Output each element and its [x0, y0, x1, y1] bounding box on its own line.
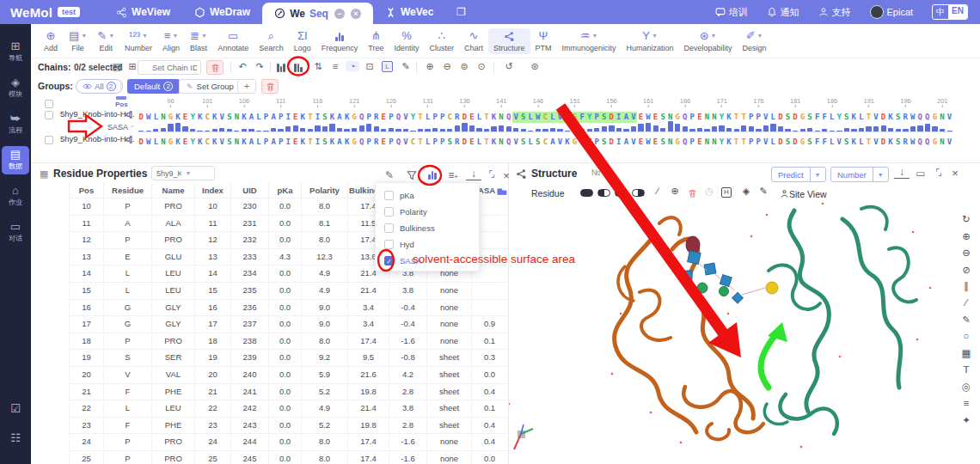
residue-letter[interactable]: V — [873, 112, 880, 123]
residue-letter[interactable]: N — [711, 112, 719, 123]
residue-letter[interactable]: S — [843, 137, 851, 148]
sidebar-item-作业[interactable]: ⌂作业 — [2, 182, 29, 211]
residue-letter[interactable]: D — [138, 137, 145, 148]
residue-letter[interactable]: W — [535, 112, 542, 123]
residue-letter[interactable]: W — [645, 137, 652, 148]
residue-letter[interactable]: L — [424, 137, 432, 148]
residue-letter[interactable]: L — [858, 137, 866, 148]
column-header-uid[interactable]: UID — [230, 184, 268, 198]
residue-letter[interactable]: T — [865, 112, 873, 123]
residue-letter[interactable]: P — [365, 137, 373, 148]
window-icon[interactable]: ▭ — [913, 168, 928, 180]
select-all-checkbox[interactable] — [45, 100, 53, 108]
residue-letter[interactable]: V — [402, 137, 410, 148]
lang-zh[interactable]: 中 — [933, 5, 948, 19]
residue-letter[interactable]: N — [233, 137, 241, 148]
residue-letter[interactable]: I — [285, 112, 292, 123]
table-fill-icon[interactable] — [277, 63, 285, 72]
table-row[interactable]: 21FPHE212410.05.219.82.8sheet0.4 — [69, 384, 507, 401]
calendar-check-icon[interactable]: ☑ — [0, 402, 31, 415]
download-icon[interactable]: ↓ — [466, 169, 481, 180]
residue-letter[interactable]: K — [564, 112, 572, 123]
residue-letter[interactable]: V — [762, 112, 769, 123]
residue-letter[interactable]: D — [792, 112, 799, 123]
residue-letter[interactable]: E — [637, 137, 645, 148]
sequence-row[interactable]: DWLNGKEYKCKVSNKALPAPIEKTISKAKGQPREPQVCTL… — [138, 132, 953, 148]
residue-letter[interactable]: R — [373, 112, 381, 123]
residue-letter[interactable]: F — [579, 112, 586, 123]
residue-letter[interactable]: P — [689, 137, 696, 148]
residue-letter[interactable]: N — [703, 137, 711, 148]
add-column-icon[interactable]: ≡+ — [445, 169, 461, 181]
residue-letter[interactable]: Y — [836, 112, 843, 123]
residue-letter[interactable]: D — [777, 137, 785, 148]
residue-letter[interactable]: W — [909, 112, 916, 123]
residue-letter[interactable]: D — [777, 112, 785, 123]
lang-en[interactable]: EN — [948, 5, 967, 19]
residue-letter[interactable]: A — [270, 112, 278, 123]
column-header-pka[interactable]: pKa — [268, 184, 301, 198]
residue-letter[interactable]: V — [946, 137, 953, 148]
residue-letter[interactable]: K — [850, 112, 858, 123]
column-header-index[interactable]: Index — [194, 184, 230, 198]
checkbox-polarity[interactable] — [384, 207, 394, 217]
residue-letter[interactable]: D — [608, 137, 616, 148]
residue-letter[interactable]: E — [696, 137, 704, 148]
residue-letter[interactable]: S — [519, 137, 527, 148]
table-row[interactable]: 25PPRO252450.08.017.4-1.6none0.0 — [69, 451, 507, 464]
toolbar-item-immunogenicity[interactable]: ♒▼Immunogenicity — [557, 28, 622, 54]
residue-letter[interactable]: T — [483, 137, 491, 148]
toolbar-item-file[interactable]: ▤▼File — [64, 28, 92, 54]
toolbar-item-add[interactable]: ⊕Add — [38, 28, 64, 54]
residue-letter[interactable]: T — [483, 112, 491, 123]
residue-letter[interactable]: Q — [395, 137, 402, 148]
undo-icon[interactable]: ↶ — [236, 61, 249, 72]
residue-letter[interactable]: K — [726, 112, 733, 123]
residue-letter[interactable]: Y — [409, 112, 417, 123]
set-group-button[interactable]: ✎ Set Group — [179, 79, 242, 94]
residue-letter[interactable]: I — [314, 137, 322, 148]
nav-link-培训[interactable]: 培训 — [715, 6, 748, 19]
residue-letter[interactable]: A — [336, 137, 344, 148]
residue-letter[interactable]: E — [380, 112, 388, 123]
residue-letter[interactable]: S — [322, 112, 329, 123]
residue-letter[interactable]: L — [769, 137, 777, 148]
expand-icon[interactable]: ⌜⌟ — [930, 168, 946, 177]
residue-letter[interactable]: P — [755, 112, 763, 123]
table-row[interactable]: 19SSER192390.09.29.5-0.8sheet0.3 — [69, 350, 507, 367]
residue-letter[interactable]: A — [622, 137, 630, 148]
toolbar-item-design[interactable]: ✐▼Design — [738, 28, 772, 54]
residue-letter[interactable]: E — [181, 137, 189, 148]
residue-letter[interactable]: S — [894, 112, 902, 123]
set-chain-id-input[interactable] — [138, 60, 201, 75]
residue-letter[interactable]: Y — [585, 137, 593, 148]
toolbar-item-ptm[interactable]: ΨPTM — [530, 28, 557, 54]
residue-letter[interactable]: P — [755, 137, 763, 148]
residue-letter[interactable]: L — [255, 137, 263, 148]
residue-letter[interactable]: Q — [681, 112, 689, 123]
residue-letter[interactable]: P — [432, 137, 439, 148]
expand-icon[interactable]: ⌜⌟ — [483, 169, 499, 179]
residue-letter[interactable]: F — [579, 137, 586, 148]
export-icon[interactable]: ▤ — [110, 61, 124, 72]
residue-letter[interactable]: E — [469, 137, 476, 148]
residue-letter[interactable]: C — [204, 112, 211, 123]
residue-letter[interactable]: V — [556, 112, 564, 123]
toolbar-item-chart[interactable]: ∿Chart — [459, 28, 488, 54]
wand-icon[interactable]: ✦ — [956, 414, 977, 426]
residue-letter[interactable]: S — [226, 112, 234, 123]
residue-letter[interactable]: L — [255, 112, 263, 123]
toolbar-item-edit[interactable]: ✎▼Edit — [92, 28, 119, 54]
toolbar-item-frequency[interactable]: Frequency — [316, 28, 364, 54]
table-row[interactable]: 18PPRO182380.08.017.4-1.6none0.1 — [69, 333, 507, 351]
row-lines-icon[interactable]: ≡ — [328, 61, 342, 71]
residue-letter[interactable]: K — [490, 137, 498, 148]
residue-letter[interactable]: G — [799, 137, 806, 148]
pie-icon[interactable]: ◔ — [346, 61, 359, 71]
residue-letter[interactable]: G — [351, 112, 358, 123]
residue-letter[interactable]: K — [343, 112, 351, 123]
residue-letter[interactable]: Y — [189, 112, 197, 123]
residue-letter[interactable]: T — [865, 137, 873, 148]
residue-letter[interactable]: F — [813, 112, 821, 123]
target-icon[interactable]: ◎ — [956, 381, 977, 393]
